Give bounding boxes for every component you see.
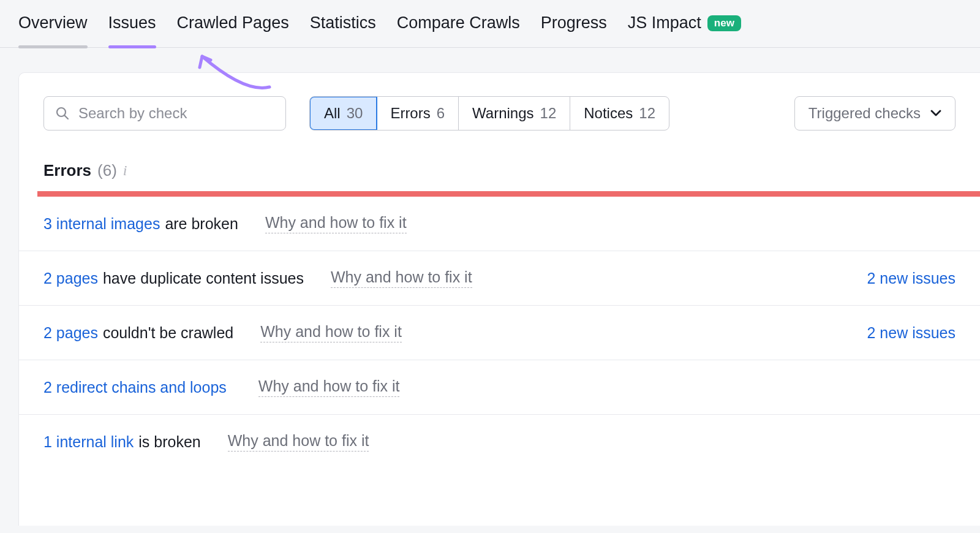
- section-title: Errors: [43, 161, 91, 180]
- tab-label: Progress: [541, 13, 607, 32]
- section-header-errors: Errors (6) i: [19, 130, 980, 191]
- why-and-how-link[interactable]: Why and how to fix it: [331, 268, 472, 288]
- issue-description: couldn't be crawled: [103, 324, 233, 342]
- issue-link[interactable]: 2 pages: [43, 324, 98, 342]
- filter-group: All 30 Errors 6 Warnings 12 Notices 12: [309, 96, 669, 130]
- search-input-wrapper[interactable]: [43, 96, 286, 130]
- issue-link[interactable]: 1 internal link: [43, 433, 134, 451]
- issue-row: 1 internal link is broken Why and how to…: [19, 415, 980, 469]
- issue-link[interactable]: 2 pages: [43, 270, 98, 287]
- new-issues-link[interactable]: 2 new issues: [867, 324, 956, 342]
- tab-label: JS Impact: [628, 13, 701, 32]
- svg-line-1: [65, 116, 69, 119]
- tab-issues[interactable]: Issues: [108, 13, 156, 47]
- search-input[interactable]: [78, 105, 274, 122]
- issue-description: have duplicate content issues: [103, 270, 304, 287]
- issue-row: 2 pages have duplicate content issues Wh…: [19, 251, 980, 306]
- issue-row: 2 redirect chains and loops Why and how …: [19, 360, 980, 415]
- tab-label: Overview: [18, 13, 88, 32]
- dropdown-label: Triggered checks: [809, 105, 921, 122]
- tab-overview[interactable]: Overview: [18, 13, 88, 47]
- why-and-how-link[interactable]: Why and how to fix it: [258, 377, 400, 397]
- filter-errors[interactable]: Errors 6: [377, 97, 459, 130]
- search-icon: [55, 106, 70, 121]
- filter-count: 12: [540, 105, 557, 122]
- badge-new: new: [707, 15, 741, 31]
- filter-count: 30: [347, 105, 363, 122]
- tab-statistics[interactable]: Statistics: [310, 13, 376, 47]
- filter-label: Warnings: [472, 105, 533, 122]
- filter-label: Errors: [390, 105, 430, 122]
- issue-row: 2 pages couldn't be crawled Why and how …: [19, 306, 980, 360]
- filter-notices[interactable]: Notices 12: [570, 97, 669, 130]
- tab-crawled-pages[interactable]: Crawled Pages: [177, 13, 289, 47]
- tab-label: Issues: [108, 13, 156, 32]
- tab-label: Statistics: [310, 13, 376, 32]
- tab-bar: Overview Issues Crawled Pages Statistics…: [0, 0, 980, 48]
- issue-link[interactable]: 2 redirect chains and loops: [43, 379, 227, 396]
- issue-description: is broken: [138, 433, 200, 451]
- triggered-checks-dropdown[interactable]: Triggered checks: [794, 96, 956, 130]
- errors-severity-bar: [37, 191, 980, 197]
- issue-row: 3 internal images are broken Why and how…: [19, 197, 980, 251]
- info-icon[interactable]: i: [123, 162, 127, 179]
- issues-panel: All 30 Errors 6 Warnings 12 Notices 12 T…: [18, 72, 980, 526]
- tab-compare-crawls[interactable]: Compare Crawls: [397, 13, 520, 47]
- toolbar: All 30 Errors 6 Warnings 12 Notices 12 T…: [19, 73, 980, 130]
- filter-count: 6: [437, 105, 445, 122]
- filter-warnings[interactable]: Warnings 12: [459, 97, 570, 130]
- filter-label: Notices: [584, 105, 633, 122]
- issue-link[interactable]: 3 internal images: [43, 215, 160, 233]
- section-count: (6): [97, 161, 117, 180]
- new-issues-link[interactable]: 2 new issues: [867, 270, 956, 287]
- filter-label: All: [324, 105, 341, 122]
- issue-description: are broken: [165, 215, 238, 233]
- chevron-down-icon: [930, 110, 941, 117]
- filter-count: 12: [639, 105, 655, 122]
- tab-label: Compare Crawls: [397, 13, 520, 32]
- tab-label: Crawled Pages: [177, 13, 289, 32]
- tab-progress[interactable]: Progress: [541, 13, 607, 47]
- why-and-how-link[interactable]: Why and how to fix it: [260, 323, 402, 342]
- why-and-how-link[interactable]: Why and how to fix it: [265, 214, 407, 233]
- why-and-how-link[interactable]: Why and how to fix it: [228, 432, 369, 452]
- tab-js-impact[interactable]: JS Impact new: [628, 13, 741, 47]
- filter-all[interactable]: All 30: [309, 96, 377, 130]
